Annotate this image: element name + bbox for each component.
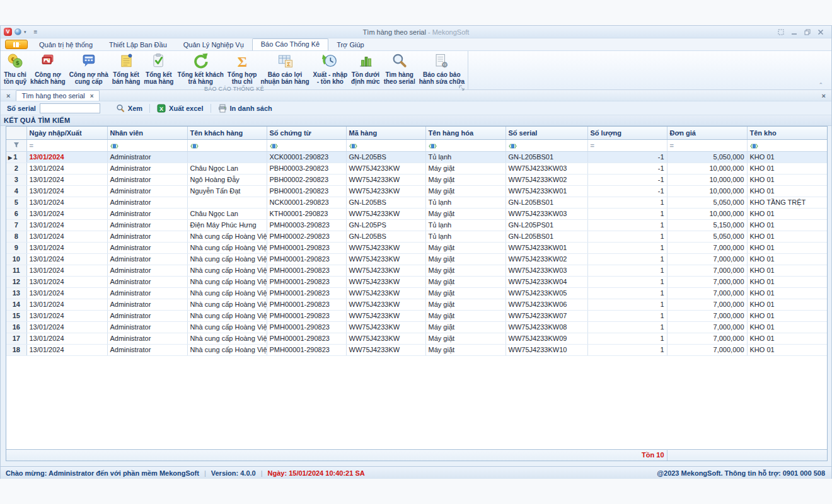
filter-cell[interactable]: = bbox=[26, 139, 107, 151]
filter-cell[interactable]: = bbox=[667, 139, 747, 151]
table-cell[interactable]: WW75J4233KW03 bbox=[506, 163, 587, 174]
table-cell[interactable]: 1 bbox=[587, 287, 667, 299]
table-cell[interactable]: WW75J4233KW bbox=[346, 174, 425, 185]
ribbon-button[interactable]: Xuất - nhập- tồn kho bbox=[311, 52, 349, 86]
table-cell[interactable]: GN-L205PS01 bbox=[506, 219, 587, 231]
close-button[interactable] bbox=[818, 29, 824, 35]
table-row[interactable]: 713/01/2024AdministratorĐiện Máy Phúc Hư… bbox=[6, 219, 828, 231]
table-cell[interactable]: WW75J4233KW bbox=[346, 185, 425, 197]
table-cell[interactable]: Điện Máy Phúc Hưng bbox=[187, 219, 267, 231]
ribbon-collapse-icon[interactable]: ⌃ bbox=[818, 83, 823, 88]
ribbon-tab[interactable]: Thiết Lập Ban Đầu bbox=[101, 39, 175, 50]
table-cell[interactable]: WW75J4233KW bbox=[346, 333, 425, 344]
table-cell[interactable]: Administrator bbox=[107, 287, 187, 299]
table-cell[interactable]: 7,000,000 bbox=[667, 276, 747, 287]
table-cell[interactable]: PMH00001-290823 bbox=[267, 321, 346, 333]
table-cell[interactable]: Administrator bbox=[107, 321, 187, 333]
table-cell[interactable]: Administrator bbox=[107, 299, 187, 310]
table-cell[interactable]: 7,000,000 bbox=[667, 242, 747, 253]
table-row[interactable]: 1813/01/2024AdministratorNhà cung cấp Ho… bbox=[6, 344, 828, 355]
row-number[interactable]: 14 bbox=[6, 299, 26, 310]
table-cell[interactable]: WW75J4233KW02 bbox=[506, 174, 587, 185]
table-cell[interactable]: KHO 01 bbox=[747, 276, 828, 287]
table-cell[interactable]: 1 bbox=[587, 197, 667, 208]
ribbon-button[interactable]: Công nợ nhàcung cấp bbox=[67, 52, 110, 86]
table-cell[interactable]: Ngô Hoàng Đẫy bbox=[187, 174, 267, 185]
table-cell[interactable]: Châu Ngọc Lan bbox=[187, 163, 267, 174]
table-cell[interactable]: KHO TẦNG TRỆT bbox=[747, 197, 828, 208]
table-cell[interactable]: 1 bbox=[587, 219, 667, 231]
table-cell[interactable]: GN-L205BS01 bbox=[506, 151, 587, 163]
tabstrip-close-left-icon[interactable]: × bbox=[1, 91, 16, 101]
row-number[interactable]: 16 bbox=[6, 321, 26, 333]
column-header[interactable]: Đơn giá bbox=[667, 127, 747, 139]
table-cell[interactable]: Máy giặt bbox=[425, 265, 506, 276]
table-cell[interactable]: KHO 01 bbox=[747, 174, 828, 185]
table-row[interactable]: 513/01/2024AdministratorNCK00001-290823G… bbox=[6, 197, 828, 208]
table-cell[interactable]: WW75J4233KW06 bbox=[506, 299, 587, 310]
filter-cell[interactable] bbox=[506, 139, 587, 151]
table-cell[interactable]: WW75J4233KW bbox=[346, 344, 425, 355]
table-cell[interactable]: Máy giặt bbox=[425, 344, 506, 355]
ribbon-button[interactable]: Tìm hàngtheo serial bbox=[382, 52, 417, 86]
table-row[interactable]: 1713/01/2024AdministratorNhà cung cấp Ho… bbox=[6, 333, 828, 344]
table-cell[interactable]: 7,000,000 bbox=[667, 344, 747, 355]
table-cell[interactable]: WW75J4233KW03 bbox=[506, 265, 587, 276]
table-cell[interactable]: Nhà cung cấp Hoàng Việt bbox=[187, 265, 267, 276]
table-cell[interactable]: 7,000,000 bbox=[667, 321, 747, 333]
table-cell[interactable]: 13/01/2024 bbox=[26, 321, 107, 333]
filter-cell[interactable] bbox=[425, 139, 506, 151]
table-cell[interactable]: 1 bbox=[587, 265, 667, 276]
filter-cell[interactable] bbox=[267, 139, 346, 151]
column-header[interactable]: Mã hàng bbox=[346, 127, 425, 139]
row-number[interactable]: 10 bbox=[6, 253, 26, 265]
table-cell[interactable]: Nguyễn Tấn Đạt bbox=[187, 185, 267, 197]
table-cell[interactable]: PMH00001-290823 bbox=[267, 310, 346, 321]
table-cell[interactable]: WW75J4233KW bbox=[346, 163, 425, 174]
table-cell[interactable]: 5,050,000 bbox=[667, 151, 747, 163]
table-cell[interactable]: Administrator bbox=[107, 276, 187, 287]
table-cell[interactable]: Máy giặt bbox=[425, 310, 506, 321]
filter-cell[interactable] bbox=[747, 139, 828, 151]
filter-cell[interactable] bbox=[107, 139, 187, 151]
table-cell[interactable]: PMH00001-290823 bbox=[267, 299, 346, 310]
table-cell[interactable]: 13/01/2024 bbox=[26, 299, 107, 310]
table-cell[interactable]: GN-L205BS bbox=[346, 197, 425, 208]
table-cell[interactable]: GN-L205BS01 bbox=[506, 197, 587, 208]
table-cell[interactable]: Administrator bbox=[107, 265, 187, 276]
table-cell[interactable]: -1 bbox=[587, 163, 667, 174]
table-cell[interactable]: Nhà cung cấp Hoàng Việt bbox=[187, 321, 267, 333]
table-cell[interactable]: KHO 01 bbox=[747, 333, 828, 344]
ribbon-button[interactable]: ΣBáo cáo lợinhuận bán hàng bbox=[258, 52, 311, 86]
table-cell[interactable]: KHO 01 bbox=[747, 253, 828, 265]
table-cell[interactable]: Administrator bbox=[107, 185, 187, 197]
table-row[interactable]: 413/01/2024AdministratorNguyễn Tấn ĐạtPB… bbox=[6, 185, 828, 197]
table-cell[interactable]: 13/01/2024 bbox=[26, 333, 107, 344]
table-cell[interactable]: KHO 01 bbox=[747, 185, 828, 197]
table-cell[interactable]: 13/01/2024 bbox=[26, 344, 107, 355]
table-cell[interactable]: PMH00001-290823 bbox=[267, 287, 346, 299]
column-header[interactable]: Tên hàng hóa bbox=[425, 127, 506, 139]
table-cell[interactable]: 1 bbox=[587, 208, 667, 219]
row-number[interactable]: 8 bbox=[6, 231, 26, 242]
table-cell[interactable]: GN-L205BS01 bbox=[506, 231, 587, 242]
table-cell[interactable]: Máy giặt bbox=[425, 287, 506, 299]
row-number[interactable]: 18 bbox=[6, 344, 26, 355]
table-row[interactable]: 1013/01/2024AdministratorNhà cung cấp Ho… bbox=[6, 253, 828, 265]
table-cell[interactable]: 13/01/2024 bbox=[26, 197, 107, 208]
minimize-button[interactable] bbox=[791, 29, 797, 35]
table-cell[interactable]: 13/01/2024 bbox=[26, 185, 107, 197]
table-cell[interactable]: 10,000,000 bbox=[667, 208, 747, 219]
table-cell[interactable]: Tủ lạnh bbox=[425, 219, 506, 231]
table-cell[interactable]: 1 bbox=[587, 242, 667, 253]
column-header[interactable]: Ngày nhập/Xuất bbox=[26, 127, 107, 139]
table-cell[interactable]: GN-L205PS bbox=[346, 219, 425, 231]
table-row[interactable]: 1513/01/2024AdministratorNhà cung cấp Ho… bbox=[6, 310, 828, 321]
table-cell[interactable]: KHO 01 bbox=[747, 344, 828, 355]
serial-input[interactable] bbox=[40, 103, 100, 113]
table-cell[interactable]: 1 bbox=[587, 321, 667, 333]
chevron-down-icon[interactable]: ▾ bbox=[24, 30, 26, 35]
view-button[interactable]: Xem bbox=[109, 104, 149, 113]
row-number[interactable]: 17 bbox=[6, 333, 26, 344]
table-cell[interactable] bbox=[187, 197, 267, 208]
